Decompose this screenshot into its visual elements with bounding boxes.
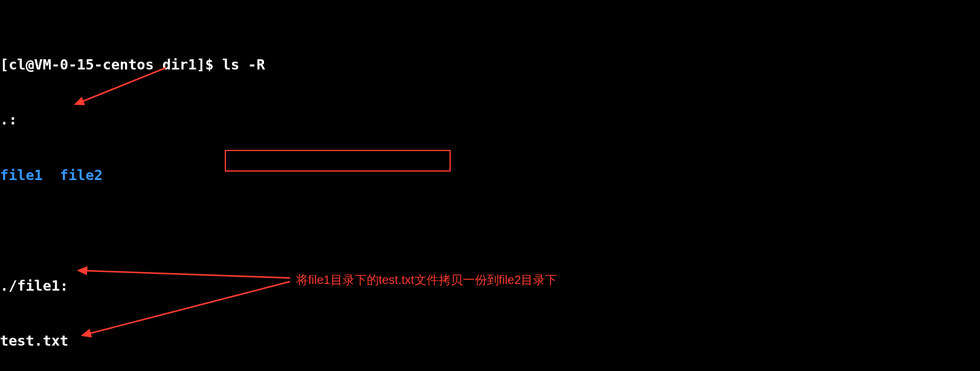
dir-file1: file1: [0, 167, 43, 184]
dir-sep: [43, 167, 60, 184]
output-dot: .:: [0, 111, 980, 129]
blank-line: [0, 221, 980, 240]
command-ls: ls -R: [222, 56, 265, 73]
dir-file2: file2: [60, 167, 103, 184]
prompt: [cl@VM-0-15-centos dir1]$: [0, 56, 222, 73]
annotation-text: 将file1目录下的test.txt文件拷贝一份到file2目录下: [296, 271, 557, 289]
terminal[interactable]: [cl@VM-0-15-centos dir1]$ ls -R .: file1…: [0, 0, 980, 371]
output-test-txt: test.txt: [0, 332, 980, 350]
